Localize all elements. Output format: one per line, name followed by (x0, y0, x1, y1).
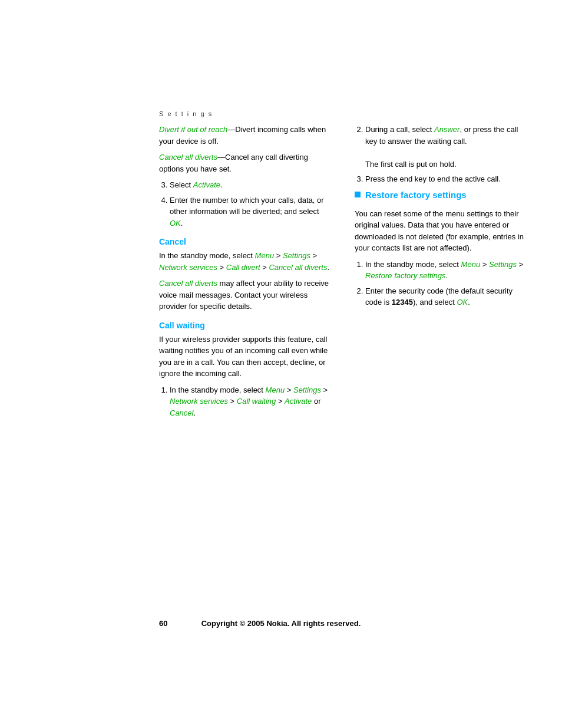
list-item-3: Select Activate. (170, 179, 331, 191)
cancel-heading: Cancel (159, 237, 331, 246)
restore-factory-link: Restore factory settings (365, 271, 446, 280)
right-column: During a call, select Answer, or press t… (355, 124, 527, 423)
divert-title-1: Divert if out of reach—Divert incoming c… (159, 124, 331, 147)
ok-link-restore: OK (457, 298, 468, 307)
header-label: S e t t i n g s (159, 110, 213, 117)
activate-link: Activate (193, 180, 220, 189)
divert-title-2: Cancel all diverts—Cancel any call diver… (159, 151, 331, 174)
menu-link-cancel: Menu (255, 251, 275, 260)
two-column-layout: Divert if out of reach—Divert incoming c… (159, 124, 527, 423)
activate-link-cw: Activate (285, 397, 312, 406)
list-item-4: Enter the number to which your calls, da… (170, 195, 331, 229)
call-waiting-list: In the standby mode, select Menu > Setti… (159, 384, 331, 419)
restore-heading-wrapper: Restore factory settings (355, 190, 527, 205)
network-services-link-cw: Network services (170, 397, 228, 406)
restore-list-item-1: In the standby mode, select Menu > Setti… (365, 259, 527, 282)
blue-square-icon (355, 192, 361, 197)
call-divert-link: Call divert (226, 263, 260, 272)
menu-link-restore: Menu (461, 260, 481, 269)
settings-link-cw: Settings (293, 386, 321, 394)
divert-title-text-2: Cancel all diverts (159, 153, 217, 162)
settings-link-cancel: Settings (283, 251, 310, 260)
left-column: Divert if out of reach—Divert incoming c… (159, 124, 331, 423)
page-header: S e t t i n g s (159, 109, 562, 118)
footer-page-num: 60 (159, 619, 167, 628)
cancel-all-diverts-link-2: Cancel all diverts (159, 279, 217, 288)
cancel-link-cw: Cancel (170, 409, 193, 417)
right-list-item-2: During a call, select Answer, or press t… (365, 124, 527, 170)
divert-item-2: Cancel all diverts—Cancel any call diver… (159, 151, 331, 174)
security-code: 12345 (392, 298, 413, 307)
answer-link: Answer (434, 125, 459, 134)
ok-link-1: OK (170, 219, 181, 228)
cancel-body-1: In the standby mode, select Menu > Setti… (159, 250, 331, 273)
cancel-body-2: Cancel all diverts may affect your abili… (159, 278, 331, 312)
restore-list-item-2: Enter the security code (the default sec… (365, 285, 527, 308)
right-list-item-3: Press the end key to end the active call… (365, 173, 527, 185)
page-container: S e t t i n g s Divert if out of reach—D… (0, 0, 562, 728)
call-waiting-link: Call waiting (237, 397, 276, 406)
restore-list: In the standby mode, select Menu > Setti… (355, 259, 527, 308)
cancel-section: Cancel In the standby mode, select Menu … (159, 237, 331, 312)
call-waiting-body: If your wireless provider supports this … (159, 334, 331, 380)
divert-item-1: Divert if out of reach—Divert incoming c… (159, 124, 331, 147)
call-waiting-list-item-1: In the standby mode, select Menu > Setti… (170, 384, 331, 419)
first-call-on-hold-text: The first call is put on hold. (365, 160, 457, 169)
footer-copyright: Copyright © 2005 Nokia. All rights reser… (201, 619, 361, 628)
network-services-link-cancel: Network services (159, 263, 217, 272)
cancel-all-diverts-link: Cancel all diverts (269, 263, 327, 272)
menu-link-cw: Menu (266, 386, 285, 394)
divert-title-text-1: Divert if out of reach (159, 125, 227, 134)
restore-heading: Restore factory settings (365, 190, 467, 200)
restore-section: Restore factory settings You can reset s… (355, 190, 527, 308)
restore-body: You can reset some of the menu settings … (355, 208, 527, 254)
call-waiting-heading: Call waiting (159, 321, 331, 330)
settings-link-restore: Settings (489, 260, 517, 269)
right-numbered-list: During a call, select Answer, or press t… (355, 124, 527, 185)
call-waiting-section: Call waiting If your wireless provider s… (159, 321, 331, 419)
numbered-list-select: Select Activate. Enter the number to whi… (159, 179, 331, 229)
